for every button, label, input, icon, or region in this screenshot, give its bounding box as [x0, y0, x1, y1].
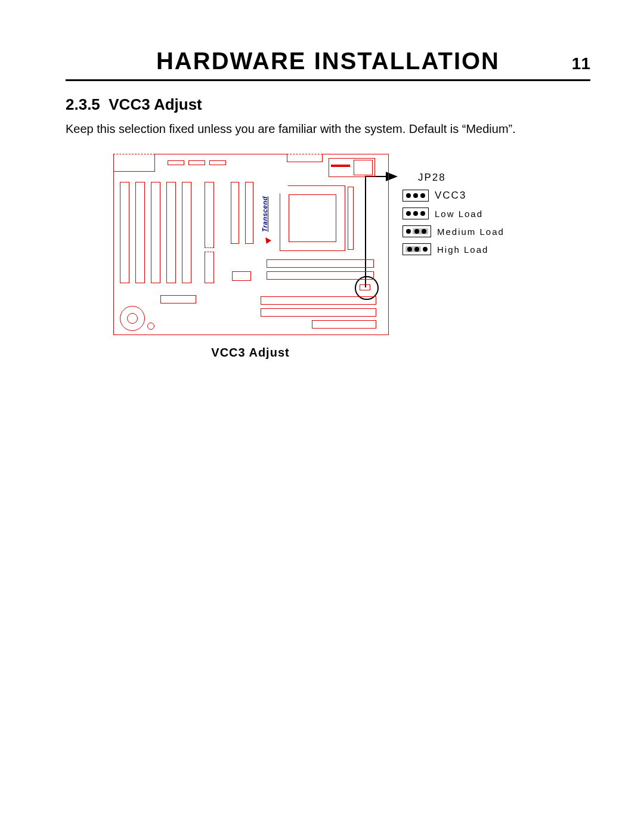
jumper-icon-low — [402, 208, 429, 219]
legend-jumper-ref-label: JP28 — [418, 172, 446, 184]
section-body: Keep this selection fixed unless you are… — [66, 122, 590, 136]
legend-jumper-ref: JP28 — [402, 172, 504, 184]
jumper-icon-high — [402, 243, 431, 255]
page-number: 11 — [566, 54, 590, 73]
page-title: HARDWARE INSTALLATION — [89, 48, 566, 75]
brand-arrow-icon — [263, 236, 271, 244]
legend-option-medium: Medium Load — [402, 225, 504, 237]
legend-option-low-label: Low Load — [435, 209, 483, 219]
figure-area: JP28 VCC3 Low Load Medium Load — [113, 154, 543, 360]
legend-option-high: High Load — [402, 243, 504, 255]
section-title-text: VCC3 Adjust — [109, 95, 202, 113]
jumper-icon-medium — [402, 225, 431, 237]
brand-label: Transcend — [261, 196, 268, 232]
header-rule — [66, 79, 590, 81]
legend-signal: VCC3 — [402, 190, 504, 202]
jumper-legend: JP28 VCC3 Low Load Medium Load — [402, 172, 504, 261]
legend-option-medium-label: Medium Load — [437, 227, 504, 237]
jumper-icon-vcc3 — [402, 190, 429, 202]
motherboard-diagram: Transcend — [113, 154, 389, 335]
legend-option-high-label: High Load — [437, 244, 488, 255]
section-number: 2.3.5 — [66, 95, 100, 113]
section-heading: 2.3.5 VCC3 Adjust — [66, 95, 590, 114]
legend-signal-label: VCC3 — [435, 190, 466, 202]
legend-option-low: Low Load — [402, 208, 504, 219]
figure-caption: VCC3 Adjust — [113, 346, 388, 360]
